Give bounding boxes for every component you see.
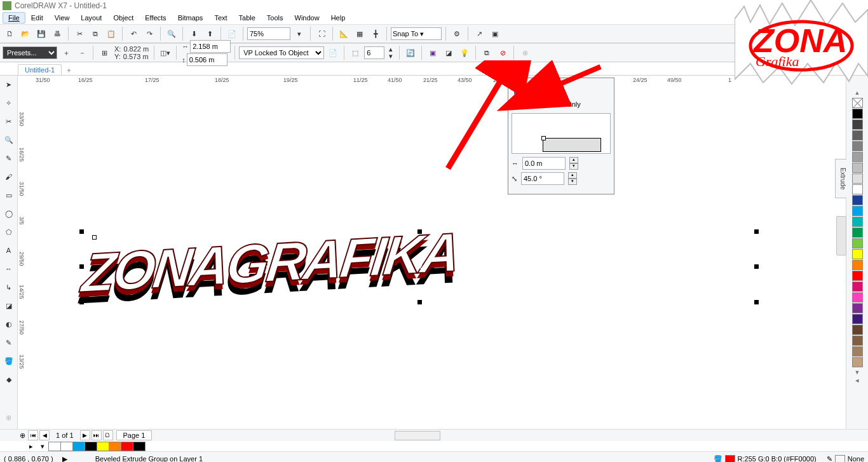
doc-palette-swatch[interactable] <box>133 442 146 451</box>
outline-swatch[interactable] <box>835 455 845 462</box>
palette-swatch[interactable] <box>852 238 863 248</box>
horizontal-scrollbar-thumb[interactable] <box>395 431 440 440</box>
next-page-button[interactable]: ▶ <box>80 430 90 440</box>
obj-width-input[interactable] <box>190 40 231 53</box>
palette-swatch[interactable] <box>852 217 863 227</box>
selection-handle[interactable] <box>417 300 422 304</box>
obj-height-input[interactable] <box>187 53 227 66</box>
palette-swatch[interactable] <box>852 314 863 324</box>
cut-icon[interactable]: ✂ <box>72 27 86 41</box>
menu-window[interactable]: Window <box>289 12 325 24</box>
palette-swatch[interactable] <box>852 260 863 270</box>
open-icon[interactable]: 📂 <box>18 27 32 41</box>
spin-down[interactable]: ▾ <box>568 179 577 185</box>
add-page-button[interactable]: 🗋 <box>103 430 113 440</box>
palette-up-icon[interactable]: ▲ <box>855 90 860 96</box>
palette-swatch[interactable] <box>852 173 863 184</box>
doc-palette-swatch-none[interactable] <box>48 442 61 451</box>
menu-bitmaps[interactable]: Bitmaps <box>172 12 209 24</box>
launch-icon[interactable]: ↗ <box>472 27 486 41</box>
palette-swatch[interactable] <box>852 195 863 205</box>
palette-swatch[interactable] <box>852 228 863 238</box>
ellipse-tool-icon[interactable]: ◯ <box>1 206 17 221</box>
menu-effects[interactable]: Effects <box>139 12 172 24</box>
import-icon[interactable]: ⬇ <box>187 27 201 41</box>
drawing-canvas[interactable]: ZONAGRAFIKA ZONAGRAFIKA ZONAGRAFIKA ✕ <box>29 86 846 429</box>
extrude-bevel-icon[interactable]: ◪ <box>442 46 456 60</box>
freehand-tool-icon[interactable]: ✎ <box>1 151 17 166</box>
menu-view[interactable]: View <box>49 12 76 24</box>
palette-swatch[interactable] <box>852 282 863 292</box>
docker-tab-extrude[interactable]: Extrude <box>835 159 846 198</box>
menu-layout[interactable]: Layout <box>75 12 107 24</box>
ruler-icon[interactable]: 📐 <box>337 27 351 41</box>
menu-text[interactable]: Text <box>208 12 233 24</box>
palette-swatch[interactable] <box>852 119 863 130</box>
preset-add-icon[interactable]: ＋ <box>59 46 73 60</box>
palette-swatch[interactable] <box>852 271 863 281</box>
zoom-input[interactable] <box>247 27 290 40</box>
palette-swatch[interactable] <box>852 325 863 335</box>
copy-icon[interactable]: ⧉ <box>88 27 102 41</box>
palette-flyout-icon[interactable]: ◂ <box>855 376 859 384</box>
pick-tool-icon[interactable]: ➤ <box>1 77 17 92</box>
doc-palette-left-icon[interactable]: ▸ <box>25 442 37 451</box>
play-icon[interactable]: ▶ <box>62 455 67 463</box>
toolbox-add-icon[interactable]: ⊕ <box>1 410 17 425</box>
crop-tool-icon[interactable]: ✂ <box>1 114 17 129</box>
palette-swatch[interactable] <box>852 130 863 140</box>
doc-palette-swatch[interactable] <box>73 442 85 451</box>
selection-handle[interactable] <box>754 300 759 304</box>
add-icon[interactable]: ⊕ <box>518 46 532 60</box>
guides-icon[interactable]: ╋ <box>369 27 383 41</box>
page-tab[interactable]: Page 1 <box>116 430 153 440</box>
palette-swatch[interactable] <box>852 292 863 302</box>
selection-handle[interactable] <box>79 300 84 304</box>
export-icon[interactable]: ⬆ <box>203 27 217 41</box>
palette-swatch[interactable] <box>852 163 863 173</box>
horizontal-ruler[interactable]: 31/50 16/25 17/25 18/25 19/25 11/25 41/5… <box>18 76 846 87</box>
undo-icon[interactable]: ↶ <box>126 27 140 41</box>
add-document-icon[interactable]: ＋ <box>64 65 74 75</box>
paste-icon[interactable]: 📋 <box>104 27 118 41</box>
preset-remove-icon[interactable]: － <box>75 46 89 60</box>
parallel-dim-icon[interactable]: ↔ <box>1 261 17 276</box>
document-tab[interactable]: Untitled-1 <box>18 64 62 75</box>
selection-handle[interactable] <box>754 264 759 269</box>
extrude-rotation-icon[interactable]: 🔄 <box>403 46 417 60</box>
search-icon[interactable]: 🔍 <box>165 27 179 41</box>
palette-swatch[interactable] <box>852 184 863 194</box>
palette-swatch[interactable] <box>852 109 863 119</box>
fill-swatch[interactable] <box>725 455 735 462</box>
new-icon[interactable]: 🗋 <box>3 27 17 41</box>
doc-palette-swatch[interactable] <box>61 442 73 451</box>
menu-tools[interactable]: Tools <box>261 12 289 24</box>
palette-down-icon[interactable]: ▼ <box>855 369 860 376</box>
app-launch-icon[interactable]: ▣ <box>488 27 502 41</box>
palette-swatch[interactable] <box>852 249 863 259</box>
text-tool-icon[interactable]: A <box>1 243 17 258</box>
publish-pdf-icon[interactable]: 📄 <box>225 27 239 41</box>
palette-swatch[interactable] <box>852 141 863 151</box>
interactive-fill-icon[interactable]: 🪣 <box>1 353 17 369</box>
print-icon[interactable]: 🖶 <box>50 27 64 41</box>
depth-input[interactable] <box>364 46 384 59</box>
outline-indicator-icon[interactable]: ✎ <box>827 455 832 463</box>
palette-swatch[interactable] <box>852 346 863 357</box>
grid-icon[interactable]: ▦ <box>353 27 367 41</box>
artistic-media-icon[interactable]: 🖌 <box>1 169 17 184</box>
doc-palette-swatch[interactable] <box>97 442 109 451</box>
menu-edit[interactable]: Edit <box>25 12 49 24</box>
doc-palette-swatch[interactable] <box>109 442 121 451</box>
presets-dropdown[interactable]: Presets... <box>3 46 57 59</box>
palette-swatch[interactable] <box>852 357 863 367</box>
eyedropper-tool-icon[interactable]: ✎ <box>1 335 17 350</box>
doc-palette-swatch[interactable] <box>121 442 133 451</box>
drop-shadow-icon[interactable]: ◪ <box>1 298 17 313</box>
vertical-ruler[interactable]: 33/50 16/25 31/50 3/5 29/50 14/25 27/50 … <box>18 86 29 429</box>
clear-extrude-icon[interactable]: ⊘ <box>496 46 510 60</box>
connector-tool-icon[interactable]: ↳ <box>1 280 17 295</box>
selection-handle[interactable] <box>417 229 422 234</box>
selection-handle[interactable] <box>754 229 759 234</box>
prev-page-button[interactable]: ◀ <box>39 430 50 440</box>
